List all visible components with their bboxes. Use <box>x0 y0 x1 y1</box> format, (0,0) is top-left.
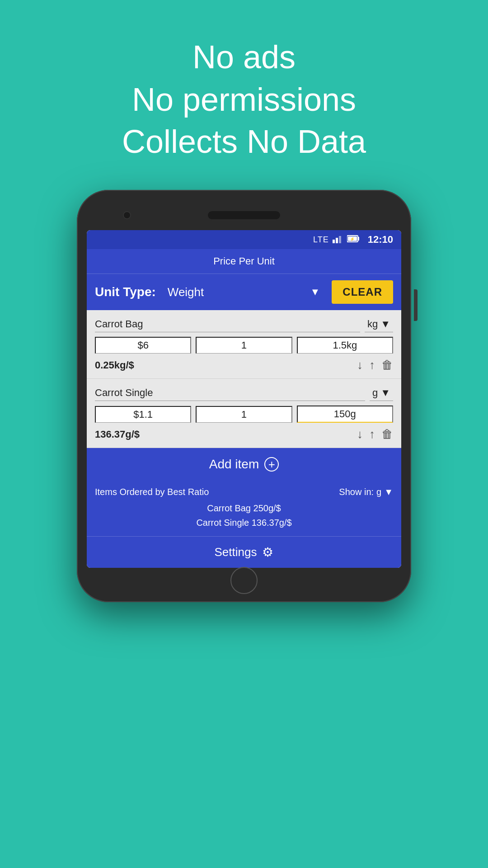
show-in-dropdown-arrow: ▼ <box>384 487 393 497</box>
item-row3: 136.37g/$ ↓ ↑ 🗑 <box>95 427 393 441</box>
add-item-icon: + <box>264 457 279 472</box>
front-camera <box>123 211 131 219</box>
item-unit-dropdown-arrow: ▼ <box>380 318 390 330</box>
status-icons: LTE <box>313 234 393 245</box>
show-in-label: Show in: <box>339 487 374 497</box>
unit-type-value: Weight <box>168 285 204 299</box>
move-down-icon[interactable]: ↓ <box>357 358 363 372</box>
svg-rect-2 <box>339 236 341 243</box>
item-card: g ▼ <box>87 379 401 448</box>
tagline-line1: No ads <box>0 36 488 79</box>
item-name-input[interactable] <box>95 316 360 332</box>
show-in-unit: g <box>376 487 381 497</box>
status-bar: LTE <box>87 230 401 249</box>
phone-device: LTE <box>77 190 411 602</box>
battery-icon: ⚡ <box>347 235 360 245</box>
item-qty-field <box>196 337 292 354</box>
item-unit-value: kg <box>367 318 378 330</box>
item-qty-field <box>196 406 292 423</box>
item-unit-value: g <box>372 387 378 399</box>
item-row2 <box>95 337 393 354</box>
item-qty-input[interactable] <box>196 337 292 354</box>
item-ratio: 136.37g/$ <box>95 429 351 440</box>
item-name-input[interactable] <box>95 385 365 401</box>
item-weight-field <box>297 337 393 354</box>
settings-bar[interactable]: Settings ⚙ <box>87 536 401 568</box>
add-item-button[interactable]: Add item + <box>87 448 401 481</box>
home-button[interactable] <box>230 567 258 594</box>
phone-bottom <box>87 571 401 590</box>
tagline-line3: Collects No Data <box>0 121 488 163</box>
delete-icon[interactable]: 🗑 <box>381 427 393 441</box>
unit-type-dropdown[interactable]: Weight ▼ <box>162 282 326 303</box>
item-action-icons: ↓ ↑ 🗑 <box>357 427 393 441</box>
tagline-line2: No permissions <box>0 79 488 121</box>
item-unit-dropdown[interactable]: g ▼ <box>370 385 393 401</box>
speaker-grill <box>208 211 280 219</box>
results-bar: Items Ordered by Best Ratio Show in: g ▼… <box>87 481 401 536</box>
background: No ads No permissions Collects No Data L… <box>0 0 488 163</box>
item-qty-input[interactable] <box>196 406 292 423</box>
item-weight-input[interactable] <box>297 337 393 354</box>
gear-icon: ⚙ <box>262 545 273 560</box>
move-up-icon[interactable]: ↑ <box>369 427 375 441</box>
item-card: kg ▼ <box>87 310 401 379</box>
move-up-icon[interactable]: ↑ <box>369 358 375 372</box>
lte-icon: LTE <box>313 235 329 245</box>
item-price-input[interactable] <box>95 406 191 423</box>
item-row1: kg ▼ <box>95 316 393 332</box>
status-time: 12:10 <box>368 234 393 245</box>
result-row-2: Carrot Single 136.37g/$ <box>95 515 393 530</box>
unit-type-label: Unit Type: <box>95 285 156 299</box>
result-row-1: Carrot Bag 250g/$ <box>95 501 393 515</box>
tagline-block: No ads No permissions Collects No Data <box>0 0 488 163</box>
svg-rect-0 <box>333 240 335 243</box>
svg-text:⚡: ⚡ <box>350 236 355 242</box>
app-header: Price Per Unit <box>87 249 401 274</box>
item-unit-dropdown-arrow: ▼ <box>380 387 390 399</box>
item-weight-field <box>297 406 393 423</box>
item-ratio: 0.25kg/$ <box>95 359 351 371</box>
item-row2 <box>95 406 393 423</box>
clear-button[interactable]: CLEAR <box>332 280 393 304</box>
phone-screen: LTE <box>87 230 401 568</box>
item-price-field <box>95 337 191 354</box>
delete-icon[interactable]: 🗑 <box>381 358 393 372</box>
results-ordered-label: Items Ordered by Best Ratio <box>95 487 209 497</box>
svg-rect-1 <box>336 238 338 243</box>
signal-icon <box>333 234 343 245</box>
item-row1: g ▼ <box>95 385 393 401</box>
item-price-input[interactable] <box>95 337 191 354</box>
app-title: Price Per Unit <box>213 255 275 267</box>
add-item-label: Add item <box>209 457 259 472</box>
unit-type-bar: Unit Type: Weight ▼ CLEAR <box>87 274 401 310</box>
show-in-dropdown[interactable]: Show in: g ▼ <box>339 487 393 497</box>
svg-rect-4 <box>358 237 359 241</box>
phone-top-area <box>87 203 401 227</box>
item-action-icons: ↓ ↑ 🗑 <box>357 358 393 372</box>
results-header: Items Ordered by Best Ratio Show in: g ▼ <box>95 487 393 497</box>
item-weight-input[interactable] <box>297 406 393 423</box>
volume-button <box>414 289 418 321</box>
settings-label: Settings <box>215 545 257 559</box>
items-area: kg ▼ <box>87 310 401 448</box>
unit-type-dropdown-arrow: ▼ <box>310 286 320 298</box>
item-row3: 0.25kg/$ ↓ ↑ 🗑 <box>95 358 393 372</box>
phone-shell: LTE <box>77 190 411 602</box>
move-down-icon[interactable]: ↓ <box>357 427 363 441</box>
item-price-field <box>95 406 191 423</box>
item-unit-dropdown[interactable]: kg ▼ <box>365 316 393 332</box>
